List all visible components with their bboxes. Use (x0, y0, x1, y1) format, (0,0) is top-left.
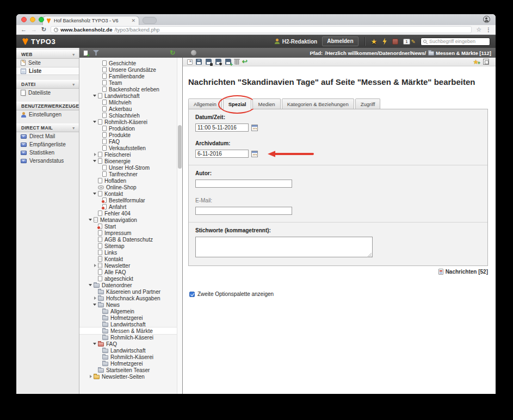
expander-closed-icon[interactable] (92, 295, 98, 301)
tree-item[interactable]: Käsereien und Partner (79, 288, 182, 295)
keywords-textarea[interactable] (195, 237, 373, 257)
tree-item[interactable]: Kontakt (79, 256, 182, 262)
datetime-input[interactable] (195, 123, 249, 132)
save-icon[interactable] (196, 59, 202, 65)
sidebar-item-versandstatus[interactable]: Versandstatus (16, 157, 79, 165)
second-palette-label[interactable]: Zweite Optionspalette anzeigen (197, 291, 274, 297)
calendar-icon[interactable] (251, 125, 258, 131)
tab-medien[interactable]: Medien (252, 98, 280, 109)
tree-item[interactable]: Milchvieh (79, 99, 182, 106)
bookmark-star-icon[interactable]: ★ (371, 38, 378, 45)
tree-item[interactable]: Hofladen (79, 177, 182, 184)
tree-item[interactable]: Landwirtschaft (79, 347, 182, 354)
save-view-icon[interactable] (215, 59, 221, 65)
tree-scrollbar-thumb[interactable] (178, 125, 182, 169)
sidebar-item-direct-mail[interactable]: Direct Mail (16, 132, 79, 140)
sidebar-item-seite[interactable]: Seite (16, 59, 79, 67)
filter-icon[interactable] (93, 50, 99, 55)
logged-in-user[interactable]: H2-Redaktion (275, 39, 317, 45)
sidebar-item-statistiken[interactable]: Statistiken (16, 149, 79, 157)
tree-item[interactable]: FAQ (79, 138, 182, 145)
tab-spezial[interactable]: Spezial (223, 98, 252, 109)
undo-icon[interactable]: ↩ (242, 59, 248, 65)
save-close-icon[interactable] (206, 59, 212, 65)
tree-item[interactable]: Hofmetzgerei (79, 314, 182, 321)
module-section-header[interactable]: WEB▼ (16, 50, 79, 59)
tab-kategorien-beziehungen[interactable]: Kategorien & Beziehungen (282, 98, 354, 109)
tree-item[interactable]: Produkte (79, 132, 182, 138)
tree-item[interactable]: Metanavigation (79, 217, 182, 223)
close-icon[interactable] (187, 59, 193, 65)
expander-open-icon[interactable] (92, 301, 98, 308)
fullscreen-icon[interactable] (483, 59, 489, 65)
tree-item[interactable]: Fehler 404 (79, 210, 182, 217)
tree-item[interactable]: Online-Shop (79, 184, 182, 190)
clear-cache-bolt-icon[interactable] (382, 38, 387, 45)
archive-date-input[interactable] (195, 150, 249, 158)
tab-allgemein[interactable]: Allgemein (188, 98, 222, 109)
expander-closed-icon[interactable] (88, 373, 94, 380)
search-input[interactable] (428, 38, 487, 45)
reload-icon[interactable]: ↻ (41, 27, 46, 33)
opened-documents[interactable]: 1 ✎ (403, 39, 416, 45)
tree-scrollbar[interactable] (177, 58, 182, 394)
tree-item[interactable]: Startseiten Teaser (79, 367, 182, 373)
trash-icon[interactable] (234, 60, 239, 65)
tree-item[interactable]: Sitemap (79, 243, 182, 249)
address-field[interactable]: www.backensholz.de /typo3/backend.php (51, 26, 472, 33)
tree-item[interactable]: Tarifrechner (79, 171, 182, 177)
browser-profile-icon[interactable] (483, 16, 490, 23)
zoom-window-button[interactable] (39, 17, 44, 22)
tree-item[interactable]: Alle FAQ (79, 269, 182, 275)
new-page-icon[interactable] (83, 50, 88, 56)
tree-item[interactable]: Impressum (79, 230, 182, 236)
module-section-header[interactable]: BENUTZERWERKZEUGE (16, 102, 79, 110)
expander-open-icon[interactable] (92, 119, 98, 125)
tree-item[interactable]: Verkaufsstellen (79, 145, 182, 151)
tree-item[interactable]: Bioenergie (79, 158, 182, 164)
expander-open-icon[interactable] (88, 282, 94, 288)
tree-item[interactable]: Geschichte (79, 60, 182, 66)
tree-item[interactable]: Rohmilch-Käserei (79, 354, 182, 360)
tree-item[interactable]: Messen & Märkte (79, 328, 182, 334)
tree-item[interactable]: News (79, 301, 182, 308)
tree-item[interactable]: Kontakt (79, 190, 182, 197)
tree-item[interactable]: Ackerbau (79, 106, 182, 112)
author-input[interactable] (195, 180, 292, 188)
calendar-icon[interactable] (251, 151, 258, 157)
tree-item[interactable]: AGB & Datenschutz (79, 236, 182, 243)
browser-tab[interactable]: Hof Backensholz TYPO3 - V6 ✕ (42, 16, 139, 25)
tree-item[interactable]: Familienbande (79, 73, 182, 79)
expander-open-icon[interactable] (88, 217, 94, 223)
tree-item[interactable]: Anfahrt (79, 203, 182, 210)
expander-open-icon[interactable] (92, 158, 98, 164)
expander-open-icon[interactable] (92, 190, 98, 197)
tree-item[interactable]: Unsere Grundsätze (79, 66, 182, 73)
tree-item[interactable]: FAQ (79, 341, 182, 347)
expander-closed-icon[interactable] (92, 262, 98, 269)
tree-item[interactable]: Links (79, 249, 182, 256)
tree-item[interactable]: Hofmetzgerei (79, 360, 182, 367)
email-input[interactable] (195, 207, 292, 215)
browser-menu-icon[interactable]: ⋮ (486, 27, 491, 33)
tree-item[interactable]: Produktion (79, 125, 182, 132)
sidebar-item-empf-ngerliste[interactable]: Empfängerliste (16, 140, 79, 149)
save-new-icon[interactable] (225, 59, 231, 65)
tree-item[interactable]: Bestellformular (79, 197, 182, 203)
tree-item[interactable]: abgeschickt (79, 275, 182, 282)
tab-zugriff[interactable]: Zugriff (355, 98, 381, 109)
logout-button[interactable]: Abmelden (322, 36, 358, 46)
tree-item[interactable]: Landwirtschaft (79, 321, 182, 328)
help-circle-icon[interactable] (191, 50, 196, 55)
sidebar-item-dateiliste[interactable]: Dateiliste (16, 89, 79, 97)
bookmark-page-icon[interactable]: ☆ (476, 26, 481, 33)
record-count-link[interactable]: Nachrichten [52] (188, 269, 488, 275)
second-palette-checkbox[interactable] (189, 292, 195, 297)
tree-item[interactable]: Newsletter-Seiten (79, 373, 182, 380)
minimize-window-button[interactable] (30, 17, 35, 22)
path-record[interactable]: Messen & Märkte [112] (428, 50, 491, 56)
tree-item[interactable]: Rohmilch-Käserei (79, 334, 182, 341)
expander-open-icon[interactable] (92, 92, 98, 99)
sidebar-item-einstellungen[interactable]: Einstellungen (16, 110, 79, 119)
tree-item[interactable]: Start (79, 223, 182, 230)
